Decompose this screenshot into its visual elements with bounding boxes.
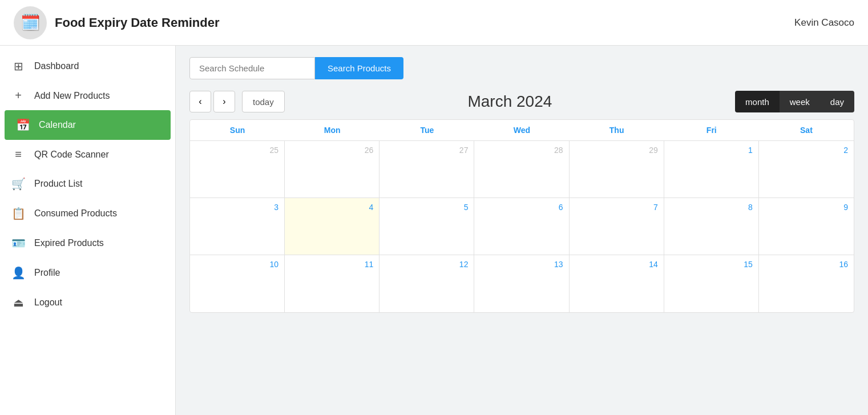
cal-cell-10[interactable]: 10 [190, 255, 285, 312]
header-left: 🗓️ Food Expiry Date Reminder [14, 6, 220, 39]
sidebar-label-calendar: Calendar [39, 120, 76, 130]
sidebar-item-profile[interactable]: 👤Profile [0, 258, 175, 288]
sidebar-item-product-list[interactable]: 🛒Product List [0, 169, 175, 199]
cal-cell-3[interactable]: 3 [190, 198, 285, 255]
cal-cell-29[interactable]: 29 [570, 141, 664, 198]
cal-week-0: 252627282912 [190, 141, 854, 198]
cal-date-14: 14 [575, 260, 658, 269]
user-name: Kevin Casoco [794, 17, 854, 29]
main-layout: ⊞Dashboard+Add New Products📅Calendar≡QR … [0, 46, 868, 415]
cal-cell-1[interactable]: 1 [664, 141, 759, 198]
cal-date-6: 6 [480, 203, 563, 212]
app-logo: 🗓️ [14, 6, 47, 39]
cal-date-29: 29 [575, 146, 658, 155]
calendar: SunMonTueWedThuFriSat 252627282912345678… [189, 119, 854, 313]
cal-header-mon: Mon [285, 120, 380, 140]
week-view-button[interactable]: week [780, 91, 820, 112]
cal-cell-25[interactable]: 25 [190, 141, 285, 198]
sidebar-item-dashboard[interactable]: ⊞Dashboard [0, 51, 175, 81]
cal-date-3: 3 [196, 203, 278, 212]
cal-date-9: 9 [765, 203, 848, 212]
cal-date-26: 26 [290, 146, 373, 155]
cal-date-4: 4 [290, 203, 373, 212]
cal-date-13: 13 [480, 260, 563, 269]
cal-header-sun: Sun [190, 120, 285, 140]
cal-cell-27[interactable]: 27 [380, 141, 474, 198]
sidebar-label-expired: Expired Products [34, 238, 104, 248]
cal-cell-13[interactable]: 13 [474, 255, 569, 312]
sidebar-item-expired[interactable]: 🪪Expired Products [0, 228, 175, 258]
cal-date-11: 11 [290, 260, 373, 269]
qr-scanner-icon: ≡ [11, 148, 25, 161]
main-content: Search Products ‹ › today March 2024 mon… [176, 46, 868, 415]
cal-cell-4[interactable]: 4 [285, 198, 380, 255]
sidebar-item-add-products[interactable]: +Add New Products [0, 81, 175, 110]
cal-cell-2[interactable]: 2 [759, 141, 854, 198]
prev-button[interactable]: ‹ [189, 91, 211, 112]
cal-week-2: 10111213141516 [190, 255, 854, 312]
cal-cell-12[interactable]: 12 [380, 255, 474, 312]
sidebar-item-consumed[interactable]: 📋Consumed Products [0, 199, 175, 228]
calendar-header-row: SunMonTueWedThuFriSat [190, 120, 854, 141]
expired-icon: 🪪 [11, 236, 25, 250]
add-products-icon: + [11, 89, 25, 102]
cal-date-15: 15 [670, 260, 753, 269]
cal-date-5: 5 [385, 203, 468, 212]
cal-cell-16[interactable]: 16 [759, 255, 854, 312]
cal-cell-28[interactable]: 28 [474, 141, 569, 198]
sidebar: ⊞Dashboard+Add New Products📅Calendar≡QR … [0, 46, 176, 415]
cal-header-tue: Tue [380, 120, 474, 140]
cal-header-thu: Thu [570, 120, 664, 140]
cal-cell-6[interactable]: 6 [474, 198, 569, 255]
sidebar-item-calendar[interactable]: 📅Calendar [5, 110, 171, 140]
cal-cell-11[interactable]: 11 [285, 255, 380, 312]
cal-cell-7[interactable]: 7 [570, 198, 664, 255]
cal-date-27: 27 [385, 146, 468, 155]
cal-header-sat: Sat [759, 120, 854, 140]
sidebar-item-logout[interactable]: ⏏Logout [0, 288, 175, 317]
logo-icon: 🗓️ [21, 13, 41, 32]
cal-date-8: 8 [670, 203, 753, 212]
app-header: 🗓️ Food Expiry Date Reminder Kevin Casoc… [0, 0, 868, 46]
profile-icon: 👤 [11, 266, 25, 280]
sidebar-label-add-products: Add New Products [34, 91, 110, 101]
cal-date-10: 10 [196, 260, 278, 269]
cal-date-1: 1 [670, 146, 753, 155]
today-button[interactable]: today [242, 91, 285, 112]
cal-cell-26[interactable]: 26 [285, 141, 380, 198]
dashboard-icon: ⊞ [11, 59, 25, 73]
cal-date-2: 2 [765, 146, 848, 155]
logout-icon: ⏏ [11, 296, 25, 309]
calendar-view-buttons: month week day [735, 91, 854, 112]
calendar-title: March 2024 [467, 92, 552, 111]
cal-cell-9[interactable]: 9 [759, 198, 854, 255]
cal-date-25: 25 [196, 146, 278, 155]
next-button[interactable]: › [213, 91, 235, 112]
calendar-controls: ‹ › today March 2024 month week day [189, 91, 854, 112]
search-input[interactable] [189, 57, 315, 79]
calendar-icon: 📅 [16, 118, 30, 132]
day-view-button[interactable]: day [820, 91, 854, 112]
search-products-button[interactable]: Search Products [315, 57, 403, 79]
cal-date-28: 28 [480, 146, 563, 155]
cal-cell-14[interactable]: 14 [570, 255, 664, 312]
cal-cell-8[interactable]: 8 [664, 198, 759, 255]
cal-cell-5[interactable]: 5 [380, 198, 474, 255]
calendar-grid: 252627282912345678910111213141516 [190, 141, 854, 312]
consumed-icon: 📋 [11, 207, 25, 220]
cal-date-7: 7 [575, 203, 658, 212]
sidebar-item-qr-scanner[interactable]: ≡QR Code Scanner [0, 140, 175, 169]
cal-date-12: 12 [385, 260, 468, 269]
cal-header-fri: Fri [664, 120, 759, 140]
sidebar-label-consumed: Consumed Products [34, 208, 117, 219]
calendar-nav: ‹ › [189, 91, 235, 112]
month-view-button[interactable]: month [735, 91, 780, 112]
app-title: Food Expiry Date Reminder [55, 15, 220, 30]
cal-cell-15[interactable]: 15 [664, 255, 759, 312]
sidebar-label-product-list: Product List [34, 179, 82, 189]
cal-date-16: 16 [765, 260, 848, 269]
product-list-icon: 🛒 [11, 177, 25, 191]
sidebar-label-profile: Profile [34, 268, 60, 278]
sidebar-label-dashboard: Dashboard [34, 61, 79, 71]
cal-header-wed: Wed [474, 120, 569, 140]
